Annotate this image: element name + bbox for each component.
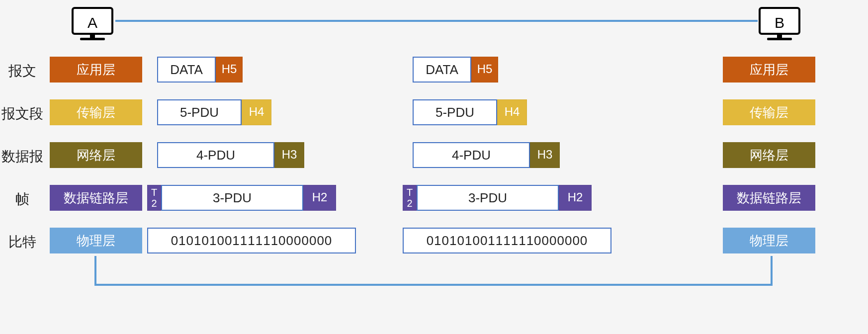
a-pdu-app: DATA H5 xyxy=(157,57,243,83)
diagram-stage: A B 报文 报文段 数据报 帧 比特 应用层 传输层 网络层 数据链路层 物理… xyxy=(0,0,868,334)
physical-medium-line xyxy=(94,256,773,286)
a-pdu-app-data: DATA xyxy=(157,57,216,83)
a-pdu-4pdu: 4-PDU xyxy=(157,142,274,168)
b-pdu-network: 4-PDU H3 xyxy=(413,142,560,168)
a-pdu-3pdu: 3-PDU xyxy=(161,185,303,211)
a-pdu-network: 4-PDU H3 xyxy=(157,142,304,168)
b-pdu-h2: H2 xyxy=(559,185,592,211)
b-layer-application: 应用层 xyxy=(723,57,815,83)
row-label-bit: 比特 xyxy=(0,233,45,251)
b-layer-transport: 传输层 xyxy=(723,99,815,125)
row-label-frame: 帧 xyxy=(0,190,45,209)
b-pdu-transport: 5-PDU H4 xyxy=(413,99,527,125)
host-a-icon: A xyxy=(72,7,113,42)
b-pdu-app: DATA H5 xyxy=(413,57,498,83)
b-layer-datalink: 数据链路层 xyxy=(723,185,815,211)
row-label-message: 报文 xyxy=(0,62,45,81)
b-pdu-t2: T 2 xyxy=(403,185,417,211)
a-pdu-transport: 5-PDU H4 xyxy=(157,99,271,125)
a-layer-application: 应用层 xyxy=(50,57,142,83)
b-layer-network: 网络层 xyxy=(723,142,815,168)
a-layer-transport: 传输层 xyxy=(50,99,142,125)
b-pdu-app-data: DATA xyxy=(413,57,471,83)
a-pdu-physical: 010101001111110000000 xyxy=(147,228,356,253)
b-pdu-datalink: T 2 3-PDU H2 xyxy=(403,185,592,211)
a-pdu-h2: H2 xyxy=(303,185,336,211)
b-pdu-5pdu: 5-PDU xyxy=(413,99,497,125)
b-pdu-physical: 010101001111110000000 xyxy=(403,228,611,253)
host-a-label: A xyxy=(72,7,113,35)
row-label-segment: 报文段 xyxy=(0,104,45,123)
a-layer-network: 网络层 xyxy=(50,142,142,168)
a-layer-physical: 物理层 xyxy=(50,228,142,253)
a-pdu-h3: H3 xyxy=(274,142,304,168)
a-pdu-5pdu: 5-PDU xyxy=(157,99,242,125)
b-layer-physical: 物理层 xyxy=(723,228,815,253)
row-label-datagram: 数据报 xyxy=(0,147,45,166)
b-pdu-app-h5: H5 xyxy=(471,57,498,83)
a-pdu-app-h5: H5 xyxy=(216,57,243,83)
b-pdu-4pdu: 4-PDU xyxy=(413,142,530,168)
b-pdu-bits: 010101001111110000000 xyxy=(403,228,611,253)
b-pdu-h3: H3 xyxy=(530,142,560,168)
a-pdu-h4: H4 xyxy=(242,99,271,125)
a-pdu-t2: T 2 xyxy=(147,185,161,211)
a-layer-datalink: 数据链路层 xyxy=(50,185,142,211)
b-pdu-h4: H4 xyxy=(497,99,527,125)
host-b-icon: B xyxy=(759,7,800,42)
a-pdu-datalink: T 2 3-PDU H2 xyxy=(147,185,336,211)
b-pdu-3pdu: 3-PDU xyxy=(417,185,559,211)
network-link-line xyxy=(115,20,758,22)
a-pdu-bits: 010101001111110000000 xyxy=(147,228,356,253)
host-b-label: B xyxy=(759,7,800,35)
